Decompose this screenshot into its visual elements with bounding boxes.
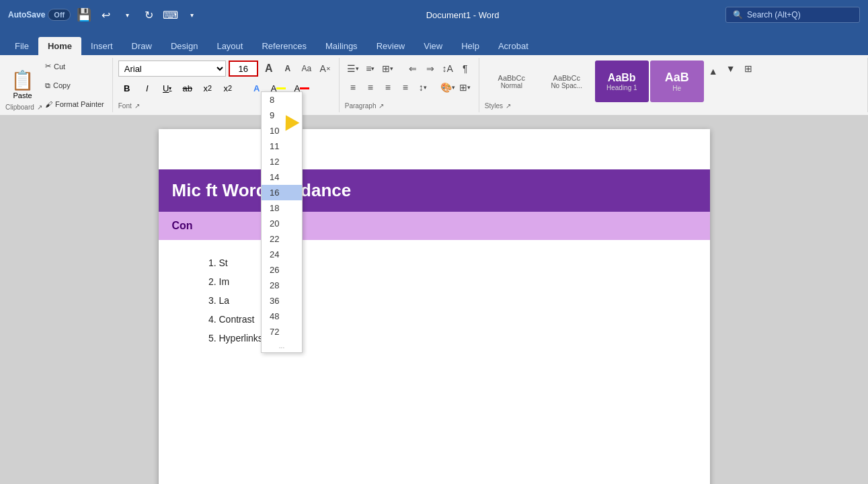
- save-button[interactable]: 💾: [76, 7, 92, 23]
- font-size-option-26[interactable]: 26: [262, 262, 302, 278]
- style-heading1-button[interactable]: AaBb Heading 1: [595, 61, 649, 102]
- font-size-option-8[interactable]: 8: [262, 92, 302, 108]
- italic-button[interactable]: I: [139, 79, 156, 97]
- cut-button[interactable]: ✂ Cut: [42, 61, 107, 72]
- style-nospace-button[interactable]: AaBbCc No Spac...: [540, 61, 594, 102]
- font-grow-button[interactable]: A: [261, 61, 277, 77]
- ribbon-tabs: File Home Insert Draw Design Layout Refe…: [0, 30, 868, 55]
- paste-button[interactable]: 📋 Paste: [5, 61, 40, 110]
- tab-file[interactable]: File: [5, 37, 38, 55]
- tab-help[interactable]: Help: [452, 37, 489, 55]
- document-heading: Mic ft Word Guidance: [159, 169, 710, 212]
- undo-dropdown[interactable]: ▾: [119, 7, 135, 23]
- tab-review[interactable]: Review: [367, 37, 415, 55]
- styles-expand[interactable]: ⊞: [740, 61, 756, 77]
- tab-design[interactable]: Design: [161, 37, 207, 55]
- format-painter-label: Format Painter: [55, 100, 104, 108]
- font-row1: Arial Times New Roman Calibri A A Aa A✕: [118, 61, 333, 77]
- document[interactable]: Mic ft Word Guidance Con St Im La Contra…: [159, 129, 710, 484]
- styles-scroll-down[interactable]: ▼: [723, 61, 739, 77]
- change-case-button[interactable]: Aa: [299, 61, 315, 77]
- clear-formatting-button[interactable]: A✕: [317, 61, 333, 77]
- paragraph-expand-icon[interactable]: ↗: [379, 102, 384, 110]
- format-painter-button[interactable]: 🖌 Format Painter: [42, 99, 107, 110]
- superscript-button[interactable]: x2: [219, 79, 237, 97]
- font-size-option-16[interactable]: 16: [262, 185, 302, 200]
- title-bar-right: 🔍 Search (Alt+Q): [725, 7, 860, 23]
- font-size-option-24[interactable]: 24: [262, 247, 302, 262]
- copy-label: Copy: [53, 81, 71, 89]
- redo-button[interactable]: ↻: [141, 7, 157, 23]
- font-size-option-20[interactable]: 20: [262, 216, 302, 231]
- autosave-label: AutoSave: [8, 10, 45, 19]
- para-row2: ≡ ≡ ≡ ≡ ↕▾ 🎨▾ ⊞▾: [345, 79, 473, 95]
- document-subtitle: Con: [159, 212, 710, 240]
- clipboard-expand-icon[interactable]: ↗: [37, 104, 42, 111]
- font-size-dropdown: 8 9 10 11 12 14 16 18 20 22 24 26 28 36 …: [261, 91, 303, 353]
- font-size-option-12[interactable]: 12: [262, 154, 302, 169]
- search-box[interactable]: 🔍 Search (Alt+Q): [725, 7, 860, 23]
- font-size-option-28[interactable]: 28: [262, 278, 302, 293]
- font-size-option-22[interactable]: 22: [262, 231, 302, 247]
- nospace-preview: AaBbCc: [553, 74, 580, 82]
- bullet-list-button[interactable]: ☰▾: [345, 61, 361, 77]
- tab-insert[interactable]: Insert: [81, 37, 122, 55]
- customize-qat[interactable]: ▾: [184, 7, 200, 23]
- font-size-option-11[interactable]: 11: [262, 138, 302, 154]
- bold-button[interactable]: B: [118, 79, 136, 97]
- tab-home[interactable]: Home: [38, 37, 81, 55]
- line-spacing-button[interactable]: ↕▾: [415, 79, 431, 95]
- shading-button[interactable]: 🎨▾: [440, 79, 456, 95]
- borders-button[interactable]: ⊞▾: [457, 79, 473, 95]
- align-center-button[interactable]: ≡: [362, 79, 379, 95]
- font-shrink-button[interactable]: A: [280, 61, 296, 77]
- paste-label: Paste: [13, 91, 32, 99]
- underline-button[interactable]: U ▾: [159, 79, 176, 97]
- font-size-option-18[interactable]: 18: [262, 200, 302, 216]
- copy-button[interactable]: ⧉ Copy: [42, 80, 107, 91]
- nospace-label: No Spac...: [551, 82, 582, 89]
- autosave-section: AutoSave Off: [8, 9, 71, 21]
- sort-button[interactable]: ↕A: [440, 61, 456, 77]
- font-size-input[interactable]: [229, 61, 258, 77]
- clipboard-group-label: Clipboard ↗: [5, 104, 42, 111]
- multilevel-list-button[interactable]: ⊞▾: [380, 61, 396, 77]
- style-heading2-button[interactable]: AaB He: [650, 61, 704, 102]
- heading1-preview: AaBb: [608, 72, 636, 84]
- autosave-toggle[interactable]: Off: [48, 9, 71, 21]
- font-size-option-48[interactable]: 48: [262, 309, 302, 324]
- paragraph-group-label: Paragraph ↗: [345, 102, 473, 110]
- undo-button[interactable]: ↩: [97, 7, 114, 23]
- paste-icon: 📋: [11, 71, 34, 90]
- more-commands[interactable]: ⌨: [162, 7, 178, 23]
- heading2-preview: AaB: [665, 71, 689, 85]
- align-left-button[interactable]: ≡: [345, 79, 361, 95]
- font-size-option-36[interactable]: 36: [262, 293, 302, 309]
- show-formatting-button[interactable]: ¶: [457, 61, 473, 77]
- tab-references[interactable]: References: [252, 37, 315, 55]
- tab-mailings[interactable]: Mailings: [316, 37, 367, 55]
- heading2-label: He: [672, 85, 681, 92]
- font-family-select[interactable]: Arial Times New Roman Calibri: [118, 61, 226, 77]
- justify-button[interactable]: ≡: [397, 79, 413, 95]
- font-size-option-14[interactable]: 14: [262, 169, 302, 185]
- tab-layout[interactable]: Layout: [207, 37, 252, 55]
- align-right-button[interactable]: ≡: [380, 79, 396, 95]
- tab-draw[interactable]: Draw: [122, 37, 161, 55]
- subscript-button[interactable]: x2: [199, 79, 216, 97]
- font-expand-icon[interactable]: ↗: [134, 102, 140, 110]
- style-normal-button[interactable]: AaBbCc Normal: [485, 61, 539, 102]
- heading1-label: Heading 1: [606, 84, 637, 91]
- numbered-list-button[interactable]: ≡▾: [362, 61, 379, 77]
- font-size-option-72[interactable]: 72: [262, 324, 302, 339]
- styles-expand-icon[interactable]: ↗: [506, 102, 511, 110]
- styles-scroll-up[interactable]: ▲: [705, 63, 721, 79]
- tab-acrobat[interactable]: Acrobat: [489, 37, 538, 55]
- decrease-indent-button[interactable]: ⇐: [405, 61, 421, 77]
- cut-icon: ✂: [45, 62, 51, 71]
- document-title: Document1 - Word: [426, 10, 500, 20]
- increase-indent-button[interactable]: ⇒: [422, 61, 438, 77]
- styles-group: AaBbCc Normal AaBbCc No Spac... AaBb Hea…: [479, 58, 868, 112]
- tab-view[interactable]: View: [414, 37, 452, 55]
- strikethrough-button[interactable]: ab: [179, 79, 196, 97]
